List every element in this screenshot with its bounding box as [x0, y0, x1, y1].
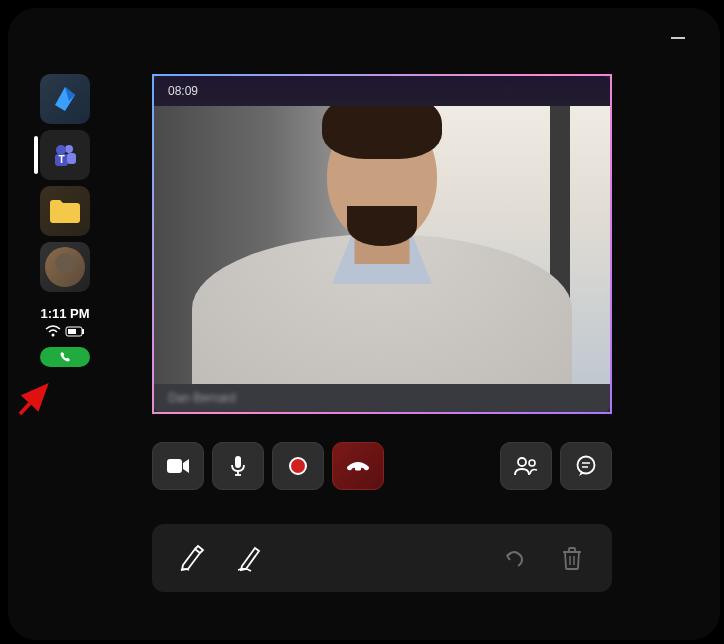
svg-point-14 [518, 458, 526, 466]
undo-icon [502, 546, 526, 570]
microphone-icon [230, 455, 246, 477]
hangup-icon [345, 459, 371, 473]
folder-icon [48, 197, 82, 225]
call-controls-right [500, 442, 612, 490]
sidebar-app-profile[interactable] [40, 242, 90, 292]
call-timer: 08:09 [168, 84, 198, 98]
dynamics-icon [49, 83, 81, 115]
call-controls-left [152, 442, 384, 490]
people-icon [514, 456, 538, 476]
video-panel: 08:09 Dan Bernard [152, 74, 612, 414]
pen-icon [235, 543, 265, 573]
camera-icon [166, 457, 190, 475]
microphone-button[interactable] [212, 442, 264, 490]
svg-rect-10 [167, 459, 182, 473]
participants-button[interactable] [500, 442, 552, 490]
annotation-tools-left [174, 540, 268, 576]
highlighter-icon [177, 543, 207, 573]
camera-button[interactable] [152, 442, 204, 490]
record-icon [289, 457, 307, 475]
annotation-tools-right [496, 540, 590, 576]
video-feed[interactable] [154, 106, 610, 384]
arrow-annotation [16, 378, 56, 418]
chat-button[interactable] [560, 442, 612, 490]
active-call-pill[interactable] [40, 347, 90, 367]
undo-button[interactable] [496, 540, 532, 576]
status-icons [45, 325, 85, 337]
participant-name: Dan Bernard [168, 391, 236, 405]
svg-point-16 [578, 457, 595, 474]
call-controls [152, 442, 612, 490]
video-header: 08:09 [154, 76, 610, 106]
svg-text:T: T [58, 154, 64, 165]
svg-rect-3 [67, 153, 76, 164]
device-frame: T 1:11 PM [8, 8, 720, 640]
svg-line-9 [20, 386, 46, 414]
svg-rect-11 [235, 456, 241, 468]
svg-rect-7 [68, 329, 76, 334]
minimize-icon [671, 37, 685, 39]
sidebar-app-dynamics[interactable] [40, 74, 90, 124]
minimize-button[interactable] [668, 28, 688, 48]
status-area: 1:11 PM [40, 306, 90, 367]
hangup-button[interactable] [332, 442, 384, 490]
record-button[interactable] [272, 442, 324, 490]
avatar-icon [45, 247, 85, 287]
clock-time: 1:11 PM [40, 306, 89, 321]
annotation-toolbar [152, 524, 612, 592]
svg-rect-8 [82, 329, 84, 334]
svg-point-15 [529, 460, 535, 466]
person-beard [347, 206, 417, 246]
svg-point-5 [52, 334, 55, 337]
battery-icon [65, 326, 85, 337]
svg-point-0 [65, 145, 73, 153]
pen-button[interactable] [232, 540, 268, 576]
highlighter-button[interactable] [174, 540, 210, 576]
video-footer: Dan Bernard [154, 384, 610, 412]
phone-icon [59, 351, 71, 363]
chat-icon [575, 455, 597, 477]
teams-icon: T [49, 139, 81, 171]
sidebar-app-files[interactable] [40, 186, 90, 236]
sidebar-app-teams[interactable]: T [40, 130, 90, 180]
app-sidebar: T 1:11 PM [38, 74, 92, 367]
trash-icon [562, 546, 582, 570]
wifi-icon [45, 325, 61, 337]
delete-button[interactable] [554, 540, 590, 576]
person-hair [322, 106, 442, 159]
